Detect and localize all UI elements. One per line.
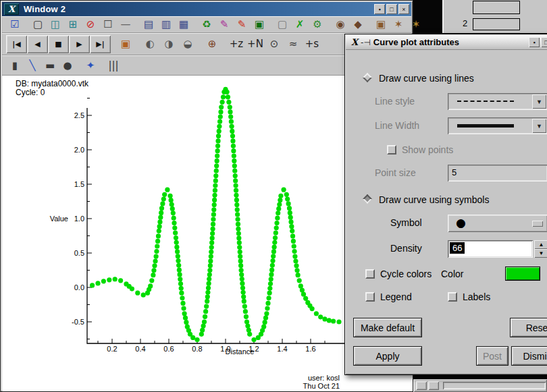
clone-window-button[interactable]: ◫	[47, 17, 64, 32]
point-size-field: 5	[448, 165, 547, 181]
dialog-buttons-row-1: Make default Reset	[353, 318, 547, 338]
symbol-menu[interactable]: ●	[448, 215, 547, 232]
dialog-maximize-button[interactable]: □	[541, 37, 547, 47]
svg-text:Cycle: 0: Cycle: 0	[16, 88, 45, 97]
line-tool-button[interactable]: ╲	[24, 58, 41, 74]
circle-symbol-icon: ●	[456, 216, 466, 229]
curve-color-button[interactable]	[505, 267, 540, 281]
svg-text:Thu Oct 21: Thu Oct 21	[303, 382, 340, 390]
layout-2x2-button[interactable]: ▦	[175, 17, 192, 32]
density-spinner: ▲ ▼	[534, 240, 547, 258]
step-forward-icon: ▶|	[96, 40, 104, 48]
svg-text:Distance: Distance	[226, 347, 255, 356]
play-button[interactable]: ▶	[69, 35, 90, 53]
movie-button[interactable]: ✶	[390, 17, 407, 32]
zoom-n-button[interactable]: +N	[246, 35, 265, 53]
redraw-button[interactable]: ♻	[198, 17, 215, 32]
svg-text:0.2: 0.2	[107, 345, 117, 353]
plot-preview-icon: ▣	[255, 20, 264, 30]
background-widget	[428, 381, 439, 390]
camera-button[interactable]: ▣	[372, 17, 390, 32]
color-swatch-red[interactable]	[473, 1, 520, 14]
option-menu-tab-icon	[532, 221, 543, 227]
view-dial-3-button[interactable]: ◒	[178, 35, 197, 53]
legend-checkbox[interactable]	[365, 292, 375, 302]
view-dial-1-button[interactable]: ◐	[140, 35, 159, 53]
apply-button[interactable]: Apply	[353, 346, 422, 366]
toolbar-spacer	[367, 16, 372, 33]
make-default-button[interactable]: Make default	[353, 318, 422, 337]
dialog-titlebar[interactable]: X -⊣ Curve plot attributes ▪□	[346, 35, 547, 50]
movie-tools-button[interactable]: ✶	[407, 17, 425, 32]
database-button[interactable]: ◉	[332, 17, 349, 32]
svg-text:0.5: 0.5	[74, 249, 84, 257]
color-swatch-green[interactable]	[473, 18, 520, 30]
annotate-button[interactable]: ✎	[233, 17, 251, 32]
dashed-line-sample	[457, 101, 514, 102]
window-titlebar[interactable]: X Window 2 ▪□×	[2, 2, 411, 16]
delete-window-button[interactable]: ⊘	[82, 17, 99, 32]
dialog-iconify-button[interactable]: ▪	[529, 37, 540, 47]
engine-button[interactable]: ⚙	[309, 17, 326, 32]
layout-1x1-button[interactable]: ▤	[140, 17, 157, 32]
save-button[interactable]: ◆	[349, 17, 367, 32]
density-field[interactable]: 66	[448, 240, 533, 258]
play-icon: ▶	[76, 40, 82, 48]
view-dial-2-button[interactable]: ◑	[159, 35, 178, 53]
svg-text:1.6: 1.6	[305, 345, 315, 353]
labels-checkbox[interactable]	[448, 292, 457, 302]
stop-button[interactable]: ■	[48, 35, 69, 53]
toolbar-row-1: ☑▢◫⊞⊘☐—▤▥▦♻✎✎▣▢✗⚙◉◆▣✶✶	[2, 16, 411, 33]
maximize-button[interactable]: □	[386, 4, 397, 14]
reset-button[interactable]: Reset	[510, 318, 547, 337]
checkbox-off-icon: ☐	[103, 20, 112, 30]
zoom-z-button[interactable]: +z	[227, 35, 246, 53]
clear-plots-button[interactable]: ✗	[291, 17, 309, 32]
lines-mode-radio[interactable]	[363, 73, 372, 82]
dialog-x-logo-icon: X	[349, 36, 360, 48]
spinner-down-button[interactable]: ▼	[534, 249, 547, 258]
slideshow-button[interactable]: ▣	[116, 35, 135, 53]
zoom-n-icon: +N	[247, 39, 263, 49]
navigate-compass-icon: ⊕	[208, 39, 217, 49]
draw-tool-button[interactable]: ✎	[215, 17, 233, 32]
step-back-button[interactable]: ◀	[27, 35, 48, 53]
toolbar-spacer	[24, 16, 29, 33]
database-icon: ◉	[336, 20, 344, 30]
layout-1x2-icon: ▥	[161, 20, 171, 30]
plot-preview-button[interactable]: ▣	[251, 17, 268, 32]
lineout-button[interactable]: ≈	[284, 35, 303, 53]
collapse-button[interactable]: —	[117, 17, 134, 32]
window-menu-button[interactable]: X	[4, 3, 19, 15]
polygon-select-tool-icon: ▮	[12, 61, 18, 71]
polygon-select-tool-button[interactable]: ▮	[6, 58, 24, 74]
new-window-button[interactable]: ▢	[29, 17, 47, 32]
x-logo-icon: X	[8, 4, 15, 14]
step-forward-button[interactable]: ▶|	[90, 35, 111, 53]
window-layout-button[interactable]: ⊞	[64, 17, 82, 32]
pin-icon: -⊣	[361, 38, 371, 47]
zoom-s-button[interactable]: +s	[303, 35, 321, 53]
svg-text:0.6: 0.6	[163, 345, 174, 353]
close-button[interactable]: ×	[398, 4, 409, 14]
symbols-mode-label: Draw curve using symbols	[379, 194, 489, 205]
view-dial-1-icon: ◐	[145, 39, 154, 49]
active-plots-toggle-button[interactable]: ☑	[6, 17, 24, 32]
cycle-colors-checkbox[interactable]	[365, 269, 375, 279]
box-tool-button[interactable]: ▬	[41, 58, 59, 74]
axis-lines-tool-button[interactable]: |||	[105, 58, 122, 74]
checkbox-off-button[interactable]: ☐	[99, 17, 117, 32]
spinner-up-button[interactable]: ▲	[534, 240, 547, 249]
step-first-button[interactable]: |◀	[6, 35, 27, 53]
magnifier-button[interactable]: ⊙	[265, 35, 284, 53]
ellipse-tool-button[interactable]: ●	[59, 58, 76, 74]
layout-1x2-button[interactable]: ▥	[157, 17, 175, 32]
svg-text:0.0: 0.0	[74, 283, 84, 291]
iconify-button[interactable]: ▪	[374, 4, 385, 14]
color-label: Color	[441, 269, 463, 279]
blank-page-button[interactable]: ▢	[274, 17, 291, 32]
pointer-sparkle-tool-button[interactable]: ✦	[82, 58, 99, 74]
dismiss-button[interactable]: Dismiss	[511, 346, 547, 366]
navigate-compass-button[interactable]: ⊕	[203, 35, 222, 53]
symbols-mode-radio[interactable]	[363, 194, 372, 204]
